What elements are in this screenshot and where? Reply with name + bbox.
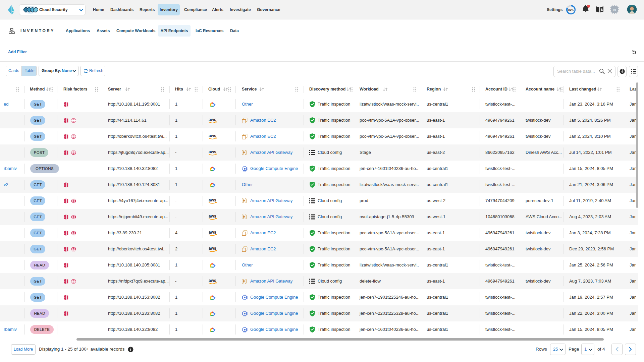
- svg-text:aws: aws: [209, 230, 216, 235]
- svg-text:aws: aws: [209, 279, 216, 283]
- svg-text:aws: aws: [209, 150, 216, 154]
- svg-text:AI: AI: [613, 8, 616, 11]
- svg-text:aws: aws: [209, 246, 216, 251]
- svg-text:aws: aws: [209, 118, 216, 122]
- svg-text:aws: aws: [209, 134, 216, 138]
- svg-text:aws: aws: [209, 198, 216, 202]
- svg-text:aws: aws: [209, 214, 216, 219]
